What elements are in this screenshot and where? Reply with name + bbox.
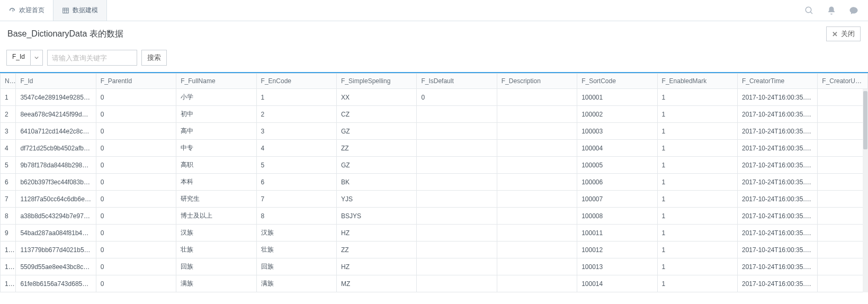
- dashboard-icon: [8, 7, 16, 14]
- tabs: 欢迎首页数据建模: [0, 0, 107, 21]
- cell: [497, 140, 577, 157]
- column-header[interactable]: F_FullName: [176, 74, 256, 89]
- table-row[interactable]: 36410a712cd144e2c8ce5e00高中3GZ10000312017…: [1, 123, 868, 140]
- page-header: Base_DictionaryData 表的数据 ✕ 关闭: [0, 21, 868, 47]
- cell: 0: [417, 89, 497, 106]
- cell: [497, 191, 577, 208]
- cell: 2017-10-24T16:00:35.453: [737, 123, 817, 140]
- cell: 1: [657, 191, 737, 208]
- cell: 汉族: [176, 225, 256, 242]
- cell: [818, 140, 868, 157]
- column-header[interactable]: F_CreatorUserId: [818, 74, 868, 89]
- cell: [417, 174, 497, 191]
- cell: [417, 157, 497, 174]
- cell: 3: [1, 123, 16, 140]
- vertical-scrollbar[interactable]: [863, 89, 868, 292]
- cell: 2017-10-24T16:00:35.457: [737, 174, 817, 191]
- cell: 100002: [577, 106, 657, 123]
- table-row[interactable]: 954bad287aa084f81b40c6b0汉族汉族HZ1000111201…: [1, 225, 868, 242]
- cell: [818, 242, 868, 258]
- column-header[interactable]: F_SimpleSpelling: [337, 74, 417, 89]
- table-row[interactable]: 59b78f178da8448b298bc530高职5GZ10000512017…: [1, 157, 868, 174]
- table-row[interactable]: 1261fe8b6156a743d685d0500满族满族MZ100014120…: [1, 275, 868, 292]
- cell: HZ: [337, 258, 417, 275]
- column-header[interactable]: F_IsDefault: [417, 74, 497, 89]
- column-header[interactable]: F_ParentId: [96, 74, 176, 89]
- column-header[interactable]: F_Id: [16, 74, 96, 89]
- column-header[interactable]: F_SortCode: [577, 74, 657, 89]
- cell: [497, 258, 577, 275]
- cell: 8: [1, 208, 16, 225]
- close-icon: ✕: [832, 30, 838, 38]
- cell: BK: [337, 174, 417, 191]
- cell: [417, 242, 497, 258]
- cell: 0: [96, 174, 176, 191]
- search-input[interactable]: [47, 50, 137, 66]
- cell: GZ: [337, 123, 417, 140]
- cell: 满族: [176, 275, 256, 292]
- cell: 6410a712cd144e2c8ce5e0: [16, 123, 96, 140]
- column-header[interactable]: F_Description: [497, 74, 577, 89]
- cell: [497, 157, 577, 174]
- table-row[interactable]: 28eea678c942145f99d78780初中2CZ10000212017…: [1, 106, 868, 123]
- tab-label: 欢迎首页: [19, 6, 44, 15]
- table-row[interactable]: 4df721d25cb9b4502afb4fe90中专4ZZ1000041201…: [1, 140, 868, 157]
- cell: 8: [256, 208, 336, 225]
- cell: [818, 208, 868, 225]
- cell: 0: [96, 140, 176, 157]
- cell: 6: [256, 174, 336, 191]
- bell-icon[interactable]: [827, 6, 836, 15]
- cell: [818, 258, 868, 275]
- cell: YJS: [337, 191, 417, 208]
- cell: 0: [96, 242, 176, 258]
- svg-rect-0: [63, 8, 69, 13]
- column-header[interactable]: F_CreatorTime: [737, 74, 817, 89]
- cell: 0: [96, 258, 176, 275]
- tab-1[interactable]: 数据建模: [53, 0, 107, 21]
- cell: 100007: [577, 191, 657, 208]
- table-row[interactable]: 6b620b397f3ec44f083b0df90本科6BK1000061201…: [1, 174, 868, 191]
- cell: df721d25cb9b4502afb4fe9: [16, 140, 96, 157]
- table-row[interactable]: 13547c4e289194e92854fec0小学1XX01000011201…: [1, 89, 868, 106]
- cell: 1: [657, 123, 737, 140]
- column-header[interactable]: F_EnabledMark: [657, 74, 737, 89]
- column-header[interactable]: No: [1, 74, 16, 89]
- cell: 4: [256, 140, 336, 157]
- table-row[interactable]: 8a38b8d5c43294b7e97c04c0博士及以上8BSJYS10000…: [1, 208, 868, 225]
- cell: 100001: [577, 89, 657, 106]
- cell: 100013: [577, 258, 657, 275]
- cell: 1: [657, 275, 737, 292]
- header-icons: [804, 0, 868, 21]
- scrollbar-thumb[interactable]: [863, 91, 867, 149]
- cell: 0: [96, 225, 176, 242]
- table-row[interactable]: 71128f7a50cc64c6db6eed460研究生7YJS10000712…: [1, 191, 868, 208]
- search-icon[interactable]: [804, 6, 814, 15]
- table-row[interactable]: 115509d55ae8ee43bc8c25ac0回族回族HZ100013120…: [1, 258, 868, 275]
- cell: 1: [657, 106, 737, 123]
- cell: [417, 191, 497, 208]
- chevron-down-icon[interactable]: [31, 50, 42, 65]
- column-header[interactable]: F_EnCode: [256, 74, 336, 89]
- cell: 0: [96, 208, 176, 225]
- cell: 本科: [176, 174, 256, 191]
- search-button[interactable]: 搜索: [141, 50, 167, 66]
- close-button[interactable]: ✕ 关闭: [826, 26, 861, 41]
- cell: 汉族: [256, 225, 336, 242]
- cell: [417, 258, 497, 275]
- table-wrap: NoF_IdF_ParentIdF_FullNameF_EnCodeF_Simp…: [0, 72, 868, 292]
- tab-0[interactable]: 欢迎首页: [0, 0, 53, 21]
- cell: [497, 225, 577, 242]
- cell: [818, 157, 868, 174]
- cell: 5: [256, 157, 336, 174]
- cell: 100005: [577, 157, 657, 174]
- cell: 2017-10-24T16:00:35.453: [737, 140, 817, 157]
- filter-field-combo[interactable]: F_Id: [6, 50, 43, 66]
- chat-icon[interactable]: [849, 6, 858, 15]
- cell: 回族: [256, 258, 336, 275]
- cell: [497, 123, 577, 140]
- cell: 9: [1, 225, 16, 242]
- cell: 3: [256, 123, 336, 140]
- cell: 100003: [577, 123, 657, 140]
- table-row[interactable]: 10113779bb677d4021b54b100壮族壮族ZZ100012120…: [1, 242, 868, 258]
- cell: 100012: [577, 242, 657, 258]
